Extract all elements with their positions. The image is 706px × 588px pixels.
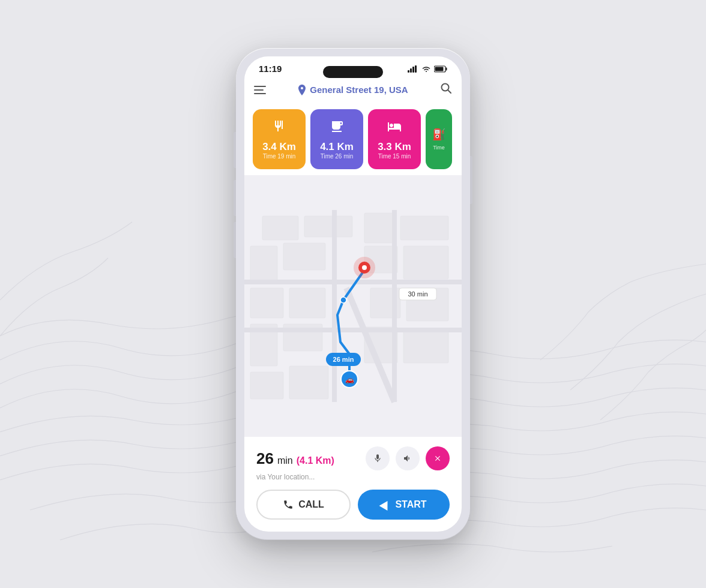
phone-shell: 11:19 [236, 48, 470, 540]
svg-rect-18 [403, 246, 448, 279]
svg-rect-3 [412, 67, 414, 73]
hotel-time: Time 15 min [378, 153, 411, 160]
svg-rect-16 [283, 243, 325, 270]
action-buttons: CALL START [256, 490, 450, 520]
restaurant-tile[interactable]: 3.4 Km Time 19 min [253, 109, 306, 169]
bottom-panel: 26 min (4.1 Km) [244, 437, 462, 532]
search-icon [440, 82, 452, 94]
svg-text:26 min: 26 min [333, 356, 354, 363]
call-label: CALL [298, 499, 324, 510]
fuel-time: Time [433, 145, 445, 151]
svg-point-40 [340, 297, 346, 303]
route-time-distance: 26 min (4.1 Km) [256, 449, 334, 468]
svg-rect-13 [364, 213, 394, 243]
category-tiles: 3.4 Km Time 19 min 4.1 Km Time 26 min [244, 103, 462, 175]
route-min-label: min [277, 455, 293, 466]
restaurant-icon [272, 119, 286, 137]
cafe-tile[interactable]: 4.1 Km Time 26 min [310, 109, 363, 169]
svg-rect-27 [250, 372, 283, 399]
svg-rect-20 [289, 288, 325, 318]
close-button[interactable] [426, 446, 450, 470]
svg-rect-15 [250, 246, 277, 282]
map-area[interactable]: 🚗 26 min 30 min [244, 175, 462, 437]
svg-rect-26 [403, 330, 448, 363]
svg-rect-1 [408, 70, 409, 73]
route-controls [366, 446, 450, 470]
restaurant-distance: 3.4 Km [262, 141, 296, 153]
mic-button[interactable] [366, 446, 390, 470]
svg-line-9 [448, 90, 451, 93]
route-via: via Your location... [256, 473, 450, 481]
mic-icon [373, 454, 382, 463]
status-icons [408, 65, 447, 73]
search-button[interactable] [440, 82, 452, 97]
battery-icon [434, 65, 447, 73]
status-time: 11:19 [259, 64, 282, 74]
cafe-time: Time 26 min [321, 153, 354, 160]
wifi-icon [421, 65, 431, 73]
fuel-tile[interactable]: ⛽ Time [426, 109, 452, 169]
location-pin-icon [298, 85, 306, 95]
app-header: General Street 19, USA [244, 77, 462, 103]
start-button[interactable]: START [358, 490, 450, 520]
svg-rect-6 [446, 67, 447, 70]
svg-rect-7 [435, 67, 444, 71]
route-minutes: 26 [256, 449, 274, 468]
notch [323, 66, 383, 78]
route-info: 26 min (4.1 Km) [256, 446, 450, 470]
svg-rect-12 [304, 216, 352, 237]
hotel-icon [387, 119, 402, 137]
menu-button[interactable] [254, 86, 266, 94]
close-icon [433, 454, 442, 463]
svg-rect-14 [400, 216, 448, 240]
fuel-icon: ⛽ [432, 128, 445, 141]
svg-rect-19 [250, 288, 283, 318]
svg-rect-11 [262, 216, 298, 240]
phone-screen: 11:19 [244, 56, 462, 532]
restaurant-time: Time 19 min [263, 153, 296, 160]
navigation-icon [379, 499, 392, 511]
volume-icon [403, 454, 412, 463]
hotel-distance: 3.3 Km [378, 141, 411, 153]
route-distance: (4.1 Km) [297, 455, 334, 466]
svg-rect-28 [289, 366, 328, 399]
svg-rect-4 [415, 65, 417, 73]
svg-rect-2 [410, 68, 412, 73]
status-bar: 11:19 [244, 56, 462, 77]
location-text: General Street 19, USA [310, 85, 408, 95]
call-button[interactable]: CALL [256, 490, 351, 520]
hotel-tile[interactable]: 3.3 Km Time 15 min [368, 109, 421, 169]
volume-button[interactable] [396, 446, 420, 470]
phone-icon [283, 499, 294, 510]
location-header[interactable]: General Street 19, USA [298, 85, 408, 95]
signal-icon [408, 65, 418, 73]
cafe-distance: 4.1 Km [320, 141, 354, 153]
start-label: START [395, 499, 426, 510]
svg-text:30 min: 30 min [408, 290, 427, 298]
svg-point-39 [362, 265, 367, 270]
svg-text:🚗: 🚗 [345, 375, 354, 384]
cafe-icon [330, 119, 344, 137]
